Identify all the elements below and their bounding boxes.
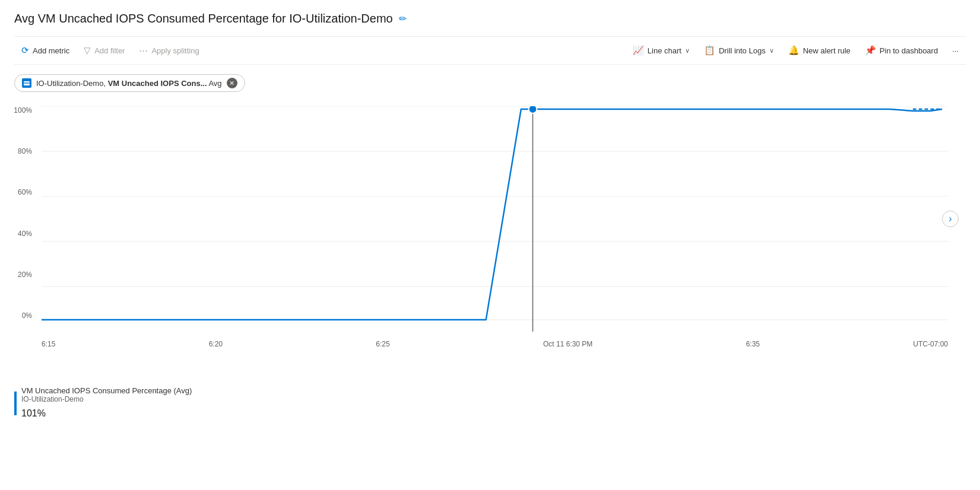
add-filter-button[interactable]: ▽ Add filter [77, 42, 132, 59]
pin-to-dashboard-label: Pin to dashboard [880, 46, 938, 55]
line-chart-icon: 📈 [633, 45, 644, 56]
expand-chart-button[interactable]: › [942, 211, 959, 227]
y-label-0: 0% [22, 311, 37, 320]
x-label-630: Oct 11 6:30 PM [543, 340, 592, 348]
x-axis: 6:15 6:20 6:25 Oct 11 6:30 PM 6:35 UTC-0… [42, 340, 948, 348]
legend-unit: % [37, 408, 46, 418]
legend-title: VM Uncached IOPS Consumed Percentage (Av… [21, 386, 192, 395]
y-label-100: 100% [14, 106, 37, 114]
drill-logs-icon: 📋 [704, 45, 715, 56]
x-label-625: 6:25 [376, 340, 389, 348]
y-axis: 100% 80% 60% 40% 20% 0% [14, 106, 42, 320]
add-metric-button[interactable]: ⟳ Add metric [14, 42, 77, 59]
page: Avg VM Uncached IOPS Consumed Percentage… [0, 0, 980, 490]
pin-to-dashboard-button[interactable]: 📌 Pin to dashboard [858, 42, 945, 59]
page-title: Avg VM Uncached IOPS Consumed Percentage… [14, 12, 393, 26]
y-label-20: 20% [18, 271, 37, 279]
legend-number: 101 [21, 408, 37, 418]
x-label-615: 6:15 [42, 340, 55, 348]
line-chart-chevron: ∨ [685, 47, 690, 55]
legend-text: VM Uncached IOPS Consumed Percentage (Av… [21, 386, 192, 420]
apply-splitting-label: Apply splitting [151, 46, 199, 55]
drill-into-logs-label: Drill into Logs [719, 46, 766, 55]
line-chart-label: Line chart [648, 46, 681, 55]
more-options-label: ··· [952, 46, 959, 55]
legend-color-bar [14, 392, 17, 415]
drill-logs-chevron: ∨ [769, 47, 774, 55]
y-label-40: 40% [18, 230, 37, 238]
metric-pill: IO-Utilization-Demo, VM Uncached IOPS Co… [14, 74, 245, 92]
svg-point-9 [529, 106, 537, 113]
apply-splitting-button[interactable]: ⋯ Apply splitting [132, 42, 206, 59]
metric-pill-resource: IO-Utilization-Demo, [36, 79, 106, 88]
add-filter-icon: ▽ [84, 45, 91, 56]
metric-pill-close-button[interactable]: ✕ [227, 78, 237, 88]
x-label-utc: UTC-07:00 [913, 340, 948, 348]
toolbar-right: 📈 Line chart ∨ 📋 Drill into Logs ∨ 🔔 New… [626, 42, 966, 59]
x-label-620: 6:20 [209, 340, 223, 348]
title-row: Avg VM Uncached IOPS Consumed Percentage… [14, 12, 966, 26]
apply-splitting-icon: ⋯ [139, 45, 148, 56]
metric-pill-icon [22, 78, 31, 88]
metric-pill-metric: VM Uncached IOPS Cons... [108, 79, 207, 88]
drill-into-logs-button[interactable]: 📋 Drill into Logs ∨ [697, 42, 781, 59]
add-metric-label: Add metric [33, 46, 69, 55]
y-label-60: 60% [18, 188, 37, 196]
line-chart-button[interactable]: 📈 Line chart ∨ [626, 42, 697, 59]
legend: VM Uncached IOPS Consumed Percentage (Av… [14, 386, 966, 420]
toolbar: ⟳ Add metric ▽ Add filter ⋯ Apply splitt… [14, 36, 966, 65]
pin-icon: 📌 [865, 45, 876, 56]
edit-icon[interactable]: ✏ [399, 13, 407, 24]
x-label-635: 6:35 [746, 340, 760, 348]
metric-pill-label: IO-Utilization-Demo, VM Uncached IOPS Co… [36, 79, 222, 88]
chart-area: 100% 80% 60% 40% 20% 0% [14, 106, 966, 355]
y-label-80: 80% [18, 147, 37, 155]
alert-rule-icon: 🔔 [788, 45, 800, 56]
legend-value: 101% [21, 405, 192, 420]
add-metric-icon: ⟳ [21, 45, 29, 56]
new-alert-rule-button[interactable]: 🔔 New alert rule [781, 42, 858, 59]
legend-subtitle: IO-Utilization-Demo [21, 395, 192, 403]
chart-svg [42, 106, 948, 332]
metric-pill-aggregation: Avg [208, 79, 221, 88]
new-alert-rule-label: New alert rule [803, 46, 851, 55]
add-filter-label: Add filter [94, 46, 125, 55]
legend-item: VM Uncached IOPS Consumed Percentage (Av… [14, 386, 966, 420]
more-options-button[interactable]: ··· [945, 43, 966, 59]
